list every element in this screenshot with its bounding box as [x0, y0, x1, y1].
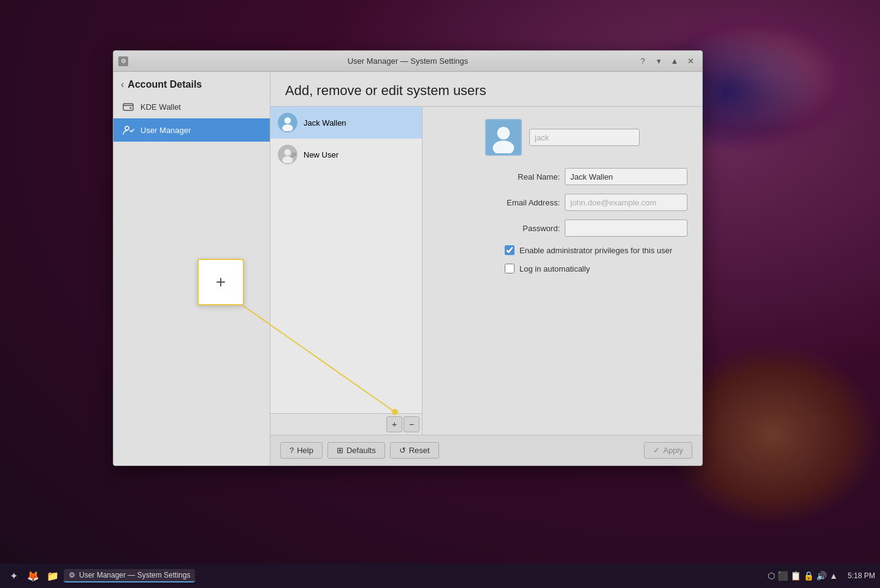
user-name-jack: Jack Wallen — [304, 118, 346, 128]
email-row: Email Address: — [437, 194, 687, 211]
help-label: Help — [297, 446, 313, 455]
autologin-checkbox-label: Log in automatically — [519, 264, 590, 273]
sidebar-item-kde-wallet[interactable]: KDE Wallet — [113, 95, 270, 118]
window-title: User Manager — System Settings — [348, 56, 469, 66]
email-input[interactable] — [565, 194, 687, 211]
taskbar-app-icon: ⚙ — [69, 571, 75, 579]
sidebar-item-kde-wallet-label: KDE Wallet — [140, 102, 181, 112]
titlebar-left: ⚙ — [118, 56, 128, 66]
defaults-icon: ⊞ — [337, 446, 343, 455]
password-input[interactable] — [565, 220, 687, 237]
wallet-icon — [122, 101, 134, 113]
taskbar-right: ⬡ ⬛ 📋 🔒 🔊 ▲ 5:18 PM — [768, 571, 875, 581]
display-icon[interactable]: ⬛ — [778, 571, 788, 581]
annotation-box: + — [197, 259, 244, 305]
main-window: ⚙ User Manager — System Settings ? ▾ ▲ ✕… — [113, 50, 703, 466]
clipboard-icon[interactable]: 📋 — [790, 571, 801, 581]
avatar-username-row — [437, 119, 687, 156]
admin-checkbox-row: Enable administrator privileges for this… — [437, 245, 687, 255]
help-titlebar-button[interactable]: ? — [636, 55, 649, 68]
reset-icon: ↺ — [399, 446, 406, 455]
user-list-panel: Jack Wallen — [270, 107, 423, 435]
titlebar-controls: ? ▾ ▲ ✕ — [636, 55, 697, 68]
user-avatar-jack — [278, 113, 297, 132]
annotation-plus-icon: + — [216, 272, 226, 292]
start-icon[interactable]: ✦ — [5, 567, 22, 584]
taskbar-app-item[interactable]: ⚙ User Manager — System Settings — [64, 569, 195, 582]
autologin-checkbox[interactable] — [505, 264, 515, 273]
svg-point-1 — [130, 107, 132, 109]
help-button[interactable]: ? Help — [280, 442, 323, 459]
user-large-avatar[interactable] — [485, 119, 522, 156]
user-item-jack-wallen[interactable]: Jack Wallen — [270, 107, 422, 139]
main-header: Add, remove or edit system users — [270, 72, 702, 107]
remove-user-button[interactable]: − — [404, 416, 419, 432]
network-icon[interactable]: ⬡ — [768, 571, 775, 581]
taskbar-time: 5:18 PM — [843, 571, 875, 580]
admin-checkbox-label: Enable administrator privileges for this… — [519, 246, 672, 255]
svg-point-2 — [125, 126, 129, 130]
user-list: Jack Wallen — [270, 107, 422, 413]
user-item-new-user[interactable]: New User — [270, 139, 422, 170]
titlebar: ⚙ User Manager — System Settings ? ▾ ▲ ✕ — [113, 51, 702, 72]
user-list-toolbar: + − — [270, 413, 422, 435]
back-arrow-icon[interactable]: ‹ — [121, 79, 124, 90]
main-body: Jack Wallen — [270, 107, 702, 435]
svg-point-4 — [285, 117, 291, 124]
apply-icon: ✓ — [653, 446, 660, 455]
taskbar: ✦ 🦊 📁 ⚙ User Manager — System Settings ⬡… — [0, 563, 880, 588]
username-input[interactable] — [529, 129, 640, 146]
defaults-label: Defaults — [346, 446, 376, 455]
real-name-label: Real Name: — [499, 172, 560, 181]
sidebar-header: ‹ Account Details — [113, 72, 270, 95]
lock-icon[interactable]: 🔒 — [803, 571, 814, 581]
close-button[interactable]: ✕ — [684, 55, 697, 68]
sidebar-item-user-manager-label: User Manager — [140, 126, 191, 135]
files-icon[interactable]: 📁 — [44, 567, 61, 584]
user-name-new: New User — [304, 150, 339, 159]
tray-icons: ⬡ ⬛ 📋 🔒 🔊 ▲ — [768, 571, 838, 581]
bottom-bar: ? Help ⊞ Defaults ↺ Reset ✓ Apply — [270, 435, 702, 465]
apply-button[interactable]: ✓ Apply — [644, 442, 692, 459]
sidebar-title: Account Details — [128, 79, 202, 90]
taskbar-app-label: User Manager — System Settings — [79, 571, 190, 579]
taskbar-left: ✦ 🦊 📁 ⚙ User Manager — System Settings — [5, 567, 195, 584]
add-user-button[interactable]: + — [386, 416, 402, 432]
reset-label: Reset — [409, 446, 430, 455]
sidebar-item-user-manager[interactable]: User Manager — [113, 118, 270, 142]
svg-point-10 — [293, 153, 296, 156]
audio-icon[interactable]: 🔊 — [816, 571, 827, 581]
defaults-button[interactable]: ⊞ Defaults — [327, 442, 385, 459]
minimize-button[interactable]: ▾ — [652, 55, 665, 68]
app-icon: ⚙ — [118, 56, 128, 66]
firefox-icon[interactable]: 🦊 — [25, 567, 42, 584]
user-avatar-new — [278, 145, 297, 164]
main-title: Add, remove or edit system users — [285, 83, 486, 98]
email-label: Email Address: — [499, 198, 560, 207]
real-name-row: Real Name: — [437, 168, 687, 185]
password-label: Password: — [499, 224, 560, 233]
help-icon: ? — [289, 446, 294, 455]
autologin-checkbox-row: Log in automatically — [437, 264, 687, 273]
reset-button[interactable]: ↺ Reset — [390, 442, 439, 459]
users-icon — [122, 124, 134, 136]
svg-point-12 — [497, 127, 510, 140]
admin-checkbox[interactable] — [505, 245, 515, 255]
svg-point-7 — [285, 149, 291, 156]
main-content: Add, remove or edit system users — [270, 72, 702, 465]
user-details-panel: Real Name: Email Address: Password: — [423, 107, 702, 435]
password-row: Password: — [437, 220, 687, 237]
up-arrow-icon[interactable]: ▲ — [829, 571, 838, 581]
sidebar: ‹ Account Details KDE Wallet — [113, 72, 270, 465]
real-name-input[interactable] — [565, 168, 687, 185]
maximize-button[interactable]: ▲ — [668, 55, 681, 68]
apply-label: Apply — [663, 446, 683, 455]
svg-rect-0 — [123, 104, 133, 110]
